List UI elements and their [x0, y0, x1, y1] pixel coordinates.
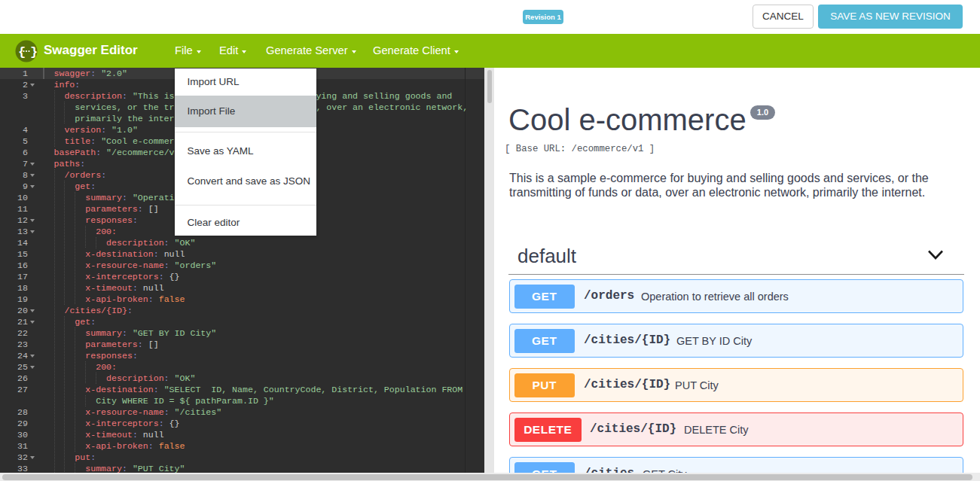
svg-text:}: } — [30, 45, 38, 59]
svg-text:{: { — [18, 45, 26, 59]
